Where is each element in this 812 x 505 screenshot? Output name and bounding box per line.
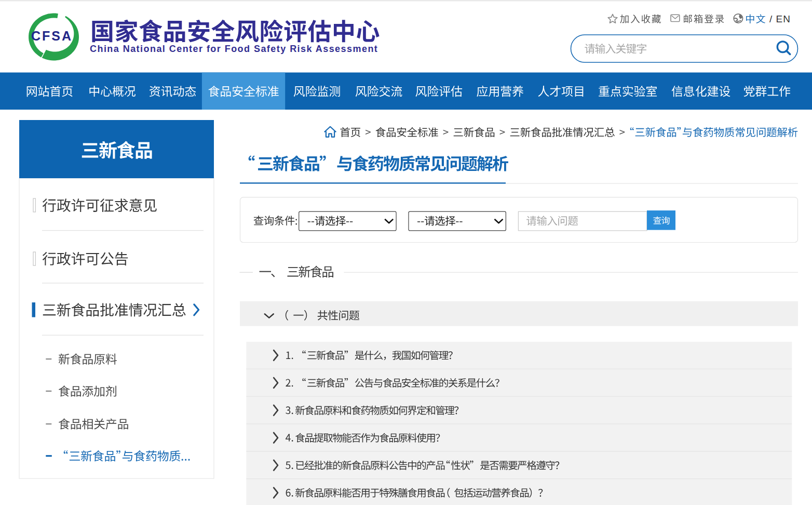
svg-text:CFSA: CFSA <box>31 29 73 43</box>
svg-text:/ EN: / EN <box>769 14 791 24</box>
svg-text:China National Center for Food: China National Center for Food Safety Ri… <box>90 44 378 54</box>
